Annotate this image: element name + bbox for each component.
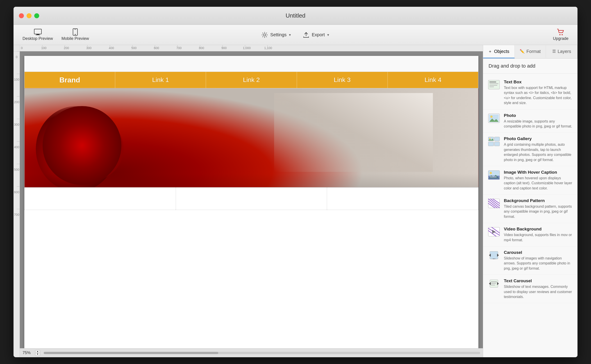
minimize-button[interactable]: [26, 13, 32, 18]
photo-content: Photo A resizable image, supports any co…: [504, 113, 573, 129]
canvas-col-1[interactable]: [24, 187, 176, 210]
settings-label: Settings: [270, 32, 286, 37]
tab-objects[interactable]: ＋ Objects: [483, 45, 515, 58]
svg-text:600: 600: [154, 46, 159, 50]
panel-item-image-hover[interactable]: Image With Hover Caption Photo, when hov…: [483, 166, 578, 195]
export-icon: [303, 32, 310, 38]
page-top-spacer: [24, 56, 478, 72]
panel-tabs: ＋ Objects ✏️ Format ☰ Layers: [483, 45, 578, 58]
nav-link-1[interactable]: Link 1: [115, 72, 206, 88]
settings-chevron: ▼: [288, 33, 292, 37]
nav-link-2[interactable]: Link 2: [206, 72, 297, 88]
panel-content: Text Box Text box with support for HTML …: [483, 74, 578, 357]
export-chevron: ▼: [327, 33, 330, 37]
zoom-up-button[interactable]: ▲: [35, 350, 40, 353]
svg-text:1,000: 1,000: [243, 46, 251, 50]
panel-item-background-pattern[interactable]: Background Pattern Tiled canvas backgrou…: [483, 195, 578, 223]
carousel-desc: Slideshow of images with navigation arro…: [504, 256, 573, 271]
ruler-v-container: 0 100 200 300 400 500 600: [13, 51, 483, 357]
panel-header: Drag and drop to add: [483, 58, 578, 74]
text-carousel-desc: Slideshow of text messages. Commonly use…: [504, 284, 573, 299]
svg-point-4: [75, 34, 76, 35]
panel-item-photo[interactable]: Photo A resizable image, supports any co…: [483, 110, 578, 133]
panel-item-photo-gallery[interactable]: Photo Gallery A grid containing multiple…: [483, 133, 578, 166]
window-title: Untitled: [286, 12, 305, 19]
svg-rect-59: [488, 142, 494, 146]
zoom-stepper[interactable]: ▲ ▼: [35, 350, 40, 356]
nav-link-3[interactable]: Link 3: [297, 72, 388, 88]
svg-point-80: [492, 258, 493, 259]
desktop-preview-button[interactable]: Desktop Preview: [19, 27, 57, 43]
carousel-content: Carousel Slideshow of images with naviga…: [504, 250, 573, 271]
cart-icon: [557, 29, 565, 35]
close-button[interactable]: [19, 13, 24, 18]
video-background-title: Video Background: [504, 227, 573, 232]
svg-text:600: 600: [14, 190, 19, 194]
mobile-icon: [71, 29, 79, 35]
window-controls: [19, 13, 39, 18]
tab-format-label: Format: [526, 49, 540, 54]
svg-point-82: [495, 258, 496, 259]
canvas-area: 0 100 200 300 400 500 600 700 80: [13, 45, 483, 357]
canvas-col-2[interactable]: [176, 187, 327, 210]
svg-text:0: 0: [16, 55, 18, 59]
mobile-preview-button[interactable]: Mobile Preview: [58, 27, 93, 43]
mobile-preview-label: Mobile Preview: [61, 36, 89, 41]
svg-text:1,100: 1,100: [264, 46, 272, 50]
svg-text:200: 200: [14, 100, 19, 104]
svg-rect-64: [488, 176, 500, 180]
plus-icon: ＋: [488, 49, 492, 54]
svg-text:500: 500: [14, 168, 19, 171]
svg-rect-85: [491, 283, 496, 284]
photo-desc: A resizable image, supports any compatib…: [504, 119, 573, 129]
panel-item-text-carousel[interactable]: Text Carousel Slideshow of text messages…: [483, 275, 578, 303]
canvas-navbar[interactable]: Brand Link 1 Link 2 Link 3: [24, 72, 478, 88]
canvas-hero-image[interactable]: [24, 88, 478, 187]
canvas-col-3[interactable]: [327, 187, 478, 210]
maximize-button[interactable]: [34, 13, 39, 18]
nav-link-4[interactable]: Link 4: [388, 72, 478, 88]
panel-item-video-background[interactable]: Video Background Video background, suppo…: [483, 223, 578, 247]
photo-icon: [488, 113, 500, 124]
export-button[interactable]: Export ▼: [298, 30, 334, 40]
upgrade-button[interactable]: Upgrade: [549, 27, 572, 43]
svg-rect-2: [36, 35, 40, 35]
panel-item-carousel[interactable]: Carousel Slideshow of images with naviga…: [483, 247, 578, 275]
video-background-icon: [488, 227, 500, 237]
panel-item-text-box[interactable]: Text Box Text box with support for HTML …: [483, 76, 578, 110]
tab-format[interactable]: ✏️ Format: [515, 45, 546, 58]
scrollbar-thumb: [44, 352, 218, 354]
text-box-desc: Text box with support for HTML markup sy…: [504, 85, 573, 106]
svg-point-81: [494, 258, 494, 259]
svg-rect-77: [490, 251, 498, 259]
image-hover-title: Image With Hover Caption: [504, 170, 573, 175]
svg-rect-52: [489, 85, 497, 86]
svg-text:700: 700: [14, 213, 19, 216]
nav-brand[interactable]: Brand: [25, 72, 115, 88]
main-area: 0 100 200 300 400 500 600 700 80: [13, 45, 578, 357]
svg-rect-51: [489, 83, 498, 84]
horizontal-ruler: 0 100 200 300 400 500 600 700 80: [13, 45, 483, 51]
zoom-down-button[interactable]: ▼: [35, 353, 40, 356]
canvas-page: Brand Link 1 Link 2 Link 3: [24, 56, 478, 357]
desktop-preview-label: Desktop Preview: [23, 36, 53, 41]
tab-layers[interactable]: ☰ Layers: [546, 45, 578, 58]
background-pattern-desc: Tiled canvas background pattern, support…: [504, 204, 573, 219]
text-box-title: Text Box: [504, 79, 573, 84]
horizontal-scrollbar[interactable]: [44, 352, 480, 354]
toolbar: Desktop Preview Mobile Preview: [13, 25, 578, 45]
text-box-content: Text Box Text box with support for HTML …: [504, 79, 573, 106]
app-window: Untitled Desktop Preview: [13, 7, 578, 357]
svg-text:500: 500: [131, 46, 137, 50]
svg-text:800: 800: [199, 46, 204, 50]
text-carousel-title: Text Carousel: [504, 278, 573, 283]
svg-point-56: [490, 116, 493, 118]
text-box-icon: [488, 79, 500, 90]
photo-gallery-content: Photo Gallery A grid containing multiple…: [504, 136, 573, 162]
settings-button[interactable]: Settings ▼: [257, 30, 296, 40]
svg-text:300: 300: [86, 46, 92, 50]
canvas-content[interactable]: Brand Link 1 Link 2 Link 3: [20, 51, 483, 357]
desktop-icon: [34, 29, 42, 35]
layers-icon: ☰: [552, 49, 556, 54]
svg-rect-5: [74, 29, 76, 30]
